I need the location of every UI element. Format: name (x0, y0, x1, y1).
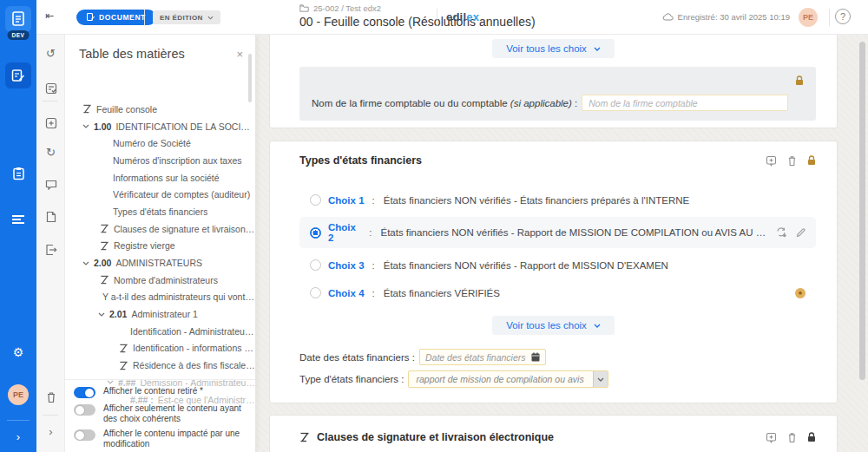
close-icon[interactable]: × (236, 48, 243, 61)
top-bar: ⇤ DOCUMENT EN ÉDITION 25-002 / Test edx2… (36, 0, 868, 35)
trash-icon[interactable] (787, 432, 797, 443)
toc-item[interactable]: Feuille console (65, 101, 255, 118)
firm-section-card: Voir tous les choix Nom de la firme comp… (269, 35, 838, 128)
toc-item-label: Types d'états financiers (113, 206, 207, 217)
toc-item[interactable]: 1.00 IDENTIFICATION DE LA SOCIÉTÉ (65, 118, 255, 135)
clause-icon (119, 361, 128, 370)
dev-badge: DEV (8, 30, 30, 40)
firm-name-input[interactable] (582, 95, 788, 111)
toc-toggle[interactable]: Afficher le contenu impacté par une modi… (74, 429, 247, 449)
toc-item[interactable]: Identification - Administrateur 1 (65, 323, 255, 340)
breadcrumb[interactable]: 25-002 / Test edx2 (313, 3, 381, 13)
toc-item-label: ADMINISTRATEURS (115, 258, 202, 268)
app-logo[interactable]: DEV (0, 0, 36, 38)
toc-item-number: 1.00 (94, 121, 111, 132)
choice-separator: : (369, 227, 372, 238)
toc-item[interactable]: Types d'états financiers (65, 203, 255, 220)
sync-icon[interactable]: ↻ (36, 146, 65, 159)
toc-toggles: Afficher le contenu retiré * Afficher se… (65, 379, 255, 452)
toc-scrollbar-thumb[interactable] (248, 54, 252, 102)
collapse-panel-icon[interactable]: ⇤ (45, 10, 54, 22)
choice-row[interactable]: Choix 3 : États financiers NON vérifiés … (299, 254, 816, 276)
see-all-choices-top-button[interactable]: Voir tous les choix (492, 39, 615, 58)
toc-toggle[interactable]: Afficher seulement le contenu ayant des … (74, 403, 247, 423)
chevron-down-icon[interactable] (98, 312, 105, 317)
document-icon[interactable] (36, 208, 65, 224)
help-button[interactable]: ? (835, 9, 851, 24)
toc-item[interactable]: Identification - informations à décl... (65, 340, 255, 357)
comment-icon[interactable] (36, 176, 65, 192)
toc-item[interactable]: Nombre d'administrateurs (65, 272, 255, 289)
edition-status-dropdown[interactable]: EN ÉDITION (153, 10, 220, 24)
toc-toggle[interactable]: Afficher le contenu retiré * (74, 386, 247, 398)
clock-badge-icon[interactable]: ● (795, 288, 806, 298)
toc-item-number: 2.01 (109, 309, 127, 319)
choice-row[interactable]: Choix 1 : États financiers NON vérifiés … (299, 189, 816, 211)
swap-choice-icon[interactable] (776, 227, 787, 238)
choice-row[interactable]: Choix 4 : États financiers VÉRIFIÉS ● (299, 282, 816, 304)
lock-icon[interactable] (807, 155, 816, 166)
select-chevron-icon (593, 371, 608, 387)
toc-item-label: Y a-t-il des administrateurs qui vont dé… (102, 292, 255, 302)
choice-name: Choix 4 (328, 288, 365, 298)
toc-item[interactable]: 2.00 ADMINISTRATEURS (65, 254, 255, 272)
toggle-switch[interactable] (74, 387, 95, 398)
save-status: Enregistré: 30 avril 2025 10:19 (662, 12, 790, 22)
secondary-sidebar-divider (43, 415, 58, 416)
financial-type-select[interactable]: rapport de mission de compilation ou avi… (408, 370, 608, 388)
toggle-label: Afficher le contenu retiré * (103, 386, 203, 396)
trash-icon[interactable] (787, 155, 797, 167)
topbar-divider (829, 9, 830, 26)
sidebar-avatar[interactable]: PE (8, 384, 29, 405)
document-check-icon[interactable] (36, 80, 65, 95)
financial-types-card: Types d'états financiers Choix 1 : États… (269, 141, 838, 403)
toggle-switch[interactable] (74, 429, 95, 441)
user-avatar[interactable]: PE (799, 8, 818, 27)
toc-item[interactable]: Vérificateur de comptes (auditeur) (65, 186, 255, 203)
radio-button[interactable] (310, 194, 321, 206)
financial-date-input[interactable]: Date des états financiers (419, 349, 546, 365)
sidebar-expand-chevron[interactable]: › (0, 430, 36, 443)
lock-icon[interactable] (795, 75, 804, 88)
toc-item[interactable]: Numéro de Société (65, 134, 255, 152)
toc-item[interactable]: Informations sur la société (65, 169, 255, 187)
toc-item[interactable]: Résidence à des fins fiscales - Adm... (65, 357, 255, 374)
secondary-expand-chevron[interactable]: › (36, 425, 65, 438)
edit-pencil-icon[interactable] (796, 228, 806, 238)
chevron-down-icon[interactable] (82, 261, 89, 265)
add-square-icon[interactable] (36, 115, 65, 130)
radio-button[interactable] (310, 287, 321, 298)
radio-button[interactable] (310, 259, 321, 271)
choice-separator: : (372, 195, 375, 206)
toc-item[interactable]: Numéros d'inscription aux taxes (65, 152, 255, 169)
history-icon[interactable]: ↺ (36, 47, 65, 60)
brand-logo[interactable]: edilex (446, 10, 479, 23)
nav-templates[interactable] (5, 160, 31, 187)
settings-gear-icon[interactable]: ⚙ (0, 345, 36, 359)
see-all-choices-button[interactable]: Voir tous les choix (492, 316, 615, 335)
firm-field-label: Nom de la firme comptable ou du comptabl… (312, 98, 577, 108)
topbar-divider (144, 9, 145, 26)
nav-document-editor[interactable] (5, 62, 31, 88)
chevron-down-icon[interactable] (82, 124, 89, 128)
secondary-sidebar-divider (43, 101, 58, 102)
add-comment-icon[interactable] (766, 155, 777, 167)
toc-item-label: Clauses de signature et livraison électr… (114, 224, 255, 234)
trash-icon[interactable] (36, 389, 65, 404)
toc-item[interactable]: Registre vierge (65, 238, 255, 255)
export-document-icon[interactable] (36, 241, 65, 257)
nav-list[interactable] (5, 206, 31, 233)
radio-button[interactable] (310, 227, 321, 239)
toggle-switch[interactable] (74, 404, 95, 416)
firm-field-box: Nom de la firme comptable ou du comptabl… (299, 67, 816, 121)
add-comment-icon[interactable] (766, 432, 777, 443)
choice-row[interactable]: Choix 2 : États financiers NON vérifiés … (299, 217, 816, 248)
toc-item[interactable]: 2.01 Administrateur 1 (65, 305, 255, 323)
toc-item[interactable]: Clauses de signature et livraison électr… (65, 220, 255, 238)
toc-item[interactable]: Y a-t-il des administrateurs qui vont dé… (65, 289, 255, 306)
choice-actions (776, 227, 806, 238)
toc-item-label: Numéro de Société (113, 138, 191, 148)
main-scrollbar-thumb[interactable] (859, 42, 865, 380)
choice-text: États financiers VÉRIFIÉS (384, 288, 788, 298)
lock-icon[interactable] (807, 432, 816, 442)
